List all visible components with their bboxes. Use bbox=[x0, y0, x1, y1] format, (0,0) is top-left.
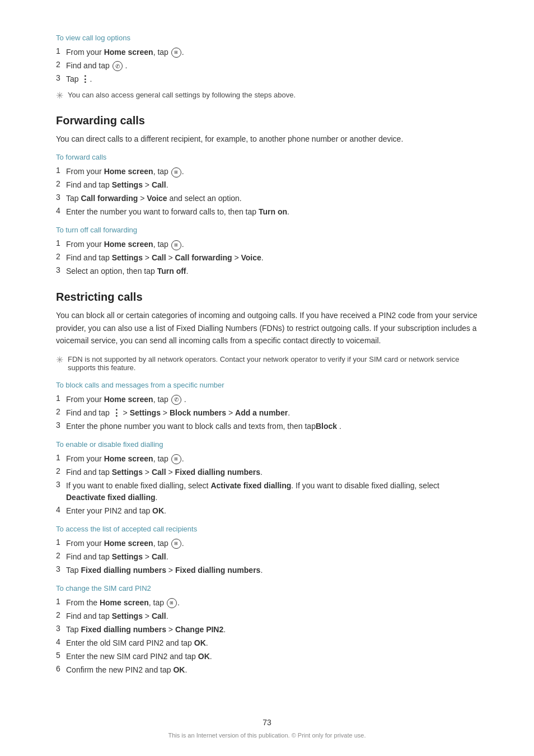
dots-icon: ⋮ bbox=[81, 75, 90, 84]
restricting-tip-text: FDN is not supported by all network oper… bbox=[68, 355, 478, 372]
tip-box: ✳ You can also access general call setti… bbox=[56, 91, 478, 101]
list-item: 1 From your Home screen, tap ⊞. bbox=[56, 453, 478, 465]
list-item: 3 Tap Fixed dialling numbers > Fixed dia… bbox=[56, 564, 478, 576]
list-item: 3 If you want to enable fixed dialling, … bbox=[56, 480, 478, 503]
restricting-calls-section: Restricting calls You can block all or c… bbox=[56, 291, 478, 675]
tip-text: You can also access general call setting… bbox=[68, 91, 296, 99]
forwarding-calls-heading: Forwarding calls bbox=[56, 114, 478, 127]
phone-icon: ✆ bbox=[171, 395, 181, 405]
view-call-log-steps: 1 From your Home screen, tap ⊞. 2 Find a… bbox=[56, 46, 478, 85]
list-item: 3 Select an option, then tap Turn off. bbox=[56, 265, 478, 277]
to-access-list-steps: 1 From your Home screen, tap ⊞. 2 Find a… bbox=[56, 538, 478, 576]
to-turn-off-heading: To turn off call forwarding bbox=[56, 226, 478, 234]
list-item: 1 From your Home screen, tap ⊞. bbox=[56, 166, 478, 178]
list-item: 6 Confirm the new PIN2 and tap OK. bbox=[56, 664, 478, 676]
grid-icon: ⊞ bbox=[171, 48, 181, 58]
restricting-calls-heading: Restricting calls bbox=[56, 291, 478, 304]
grid-icon: ⊞ bbox=[167, 598, 177, 608]
restricting-calls-desc: You can block all or certain categories … bbox=[56, 309, 478, 347]
list-item: 3 Enter the phone number you want to blo… bbox=[56, 421, 478, 432]
to-block-heading: To block calls and messages from a speci… bbox=[56, 381, 478, 389]
list-item: 2 Find and tap Settings > Call > Call fo… bbox=[56, 252, 478, 264]
to-change-pin2-heading: To change the SIM card PIN2 bbox=[56, 584, 478, 592]
list-item: 3 Tap ⋮. bbox=[56, 73, 478, 85]
grid-icon: ⊞ bbox=[171, 167, 181, 178]
forwarding-calls-desc: You can direct calls to a different reci… bbox=[56, 133, 478, 145]
tip-icon: ✳ bbox=[56, 90, 63, 101]
list-item: 2 Find and tap Settings > Call. bbox=[56, 179, 478, 191]
dots-icon: ⋮ bbox=[112, 409, 121, 418]
list-item: 4 Enter your PIN2 and tap OK. bbox=[56, 505, 478, 517]
list-item: 4 Enter the old SIM card PIN2 and tap OK… bbox=[56, 637, 478, 649]
list-item: 1 From your Home screen, tap ⊞. bbox=[56, 239, 478, 250]
page-content: To view call log options 1 From your Hom… bbox=[0, 0, 534, 731]
list-item: 2 Find and tap ✆ . bbox=[56, 60, 478, 72]
to-forward-calls-heading: To forward calls bbox=[56, 153, 478, 161]
list-item: 1 From your Home screen, tap ✆ . bbox=[56, 394, 478, 405]
to-access-list-heading: To access the list of accepted call reci… bbox=[56, 525, 478, 533]
list-item: 2 Find and tap Settings > Call > Fixed d… bbox=[56, 466, 478, 478]
page-footer: 73 This is an Internet version of this p… bbox=[0, 718, 534, 739]
list-item: 1 From the Home screen, tap ⊞. bbox=[56, 597, 478, 609]
to-forward-steps: 1 From your Home screen, tap ⊞. 2 Find a… bbox=[56, 166, 478, 218]
list-item: 3 Tap Call forwarding > Voice and select… bbox=[56, 193, 478, 204]
grid-icon: ⊞ bbox=[171, 240, 181, 250]
view-call-log-heading: To view call log options bbox=[56, 34, 478, 42]
list-item: 2 Find and tap Settings > Call. bbox=[56, 610, 478, 622]
list-item: 1 From your Home screen, tap ⊞. bbox=[56, 46, 478, 58]
to-turn-off-steps: 1 From your Home screen, tap ⊞. 2 Find a… bbox=[56, 239, 478, 277]
list-item: 3 Tap Fixed dialling numbers > Change PI… bbox=[56, 624, 478, 636]
page-number: 73 bbox=[0, 718, 534, 727]
list-item: 4 Enter the number you want to forward c… bbox=[56, 206, 478, 218]
forwarding-calls-section: Forwarding calls You can direct calls to… bbox=[56, 114, 478, 277]
to-block-steps: 1 From your Home screen, tap ✆ . 2 Find … bbox=[56, 394, 478, 432]
list-item: 2 Find and tap ⋮ > Settings > Block numb… bbox=[56, 407, 478, 419]
tip-icon: ✳ bbox=[56, 354, 63, 365]
list-item: 1 From your Home screen, tap ⊞. bbox=[56, 538, 478, 549]
list-item: 5 Enter the new SIM card PIN2 and tap OK… bbox=[56, 651, 478, 662]
restricting-tip-box: ✳ FDN is not supported by all network op… bbox=[56, 355, 478, 372]
grid-icon: ⊞ bbox=[171, 454, 181, 464]
to-enable-fixed-steps: 1 From your Home screen, tap ⊞. 2 Find a… bbox=[56, 453, 478, 517]
copyright-text: This is an Internet version of this publ… bbox=[168, 732, 366, 739]
list-item: 2 Find and tap Settings > Call. bbox=[56, 551, 478, 563]
to-enable-fixed-heading: To enable or disable fixed dialling bbox=[56, 440, 478, 449]
grid-icon: ⊞ bbox=[171, 539, 181, 549]
to-change-pin2-steps: 1 From the Home screen, tap ⊞. 2 Find an… bbox=[56, 597, 478, 676]
phone-icon: ✆ bbox=[113, 61, 123, 71]
